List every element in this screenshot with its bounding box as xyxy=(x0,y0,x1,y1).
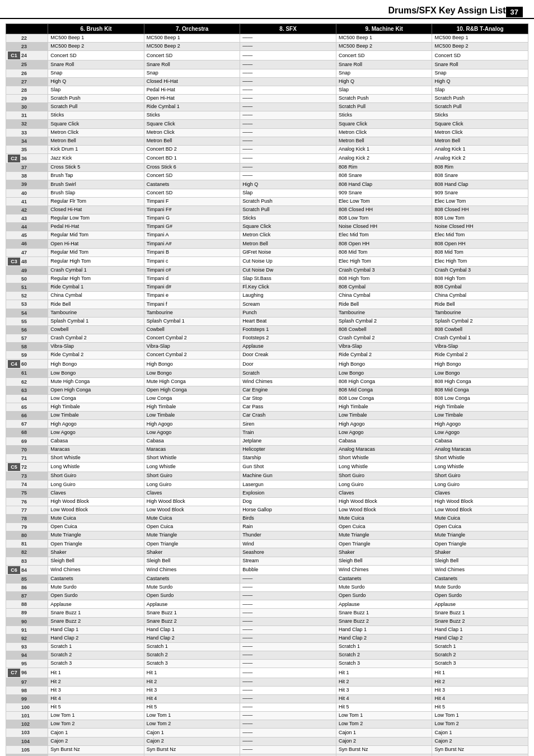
instrument-cell: —— xyxy=(240,111,336,120)
instrument-cell: Long Guiro xyxy=(336,480,432,489)
key-number: 82 xyxy=(21,549,27,556)
instrument-cell: Hit 5 xyxy=(432,703,528,711)
instrument-cell: Wind Chimes xyxy=(144,565,240,575)
instrument-cell: Vibra-Slap xyxy=(144,343,240,351)
key-number-cell: 102 xyxy=(6,720,48,729)
instrument-cell: Applause xyxy=(336,600,432,609)
table-row: 43Regular Low TomTimpani GSticks808 Low … xyxy=(6,214,528,222)
key-number-cell: C796 xyxy=(6,668,48,678)
key-number-cell: 66 xyxy=(6,412,48,420)
instrument-cell: Analog Maracas xyxy=(336,445,432,454)
instrument-cell: Splash Cymbal 2 xyxy=(336,317,432,325)
instrument-cell: Heart Beat xyxy=(240,317,336,325)
key-number-cell: 103 xyxy=(6,729,48,737)
table-row: 80Mute TriangleMute TriangleThunderMute … xyxy=(6,531,528,540)
key-number: 78 xyxy=(21,515,27,522)
instrument-cell: —— xyxy=(240,626,336,634)
key-number-cell: 92 xyxy=(6,634,48,642)
instrument-cell: Long Guiro xyxy=(144,480,240,489)
instrument-cell: Castanets xyxy=(144,180,240,189)
instrument-cell: Cajon 1 xyxy=(432,729,528,737)
key-number: 70 xyxy=(21,446,27,453)
instrument-cell: Mute High Conga xyxy=(144,377,240,386)
table-row: 40Brush SlapConcert SDSlap909 Snare909 S… xyxy=(6,189,528,197)
table-row: C348Regular High TomTimpani cCut Noise U… xyxy=(6,256,528,266)
instrument-cell: High Bongo xyxy=(48,360,144,369)
instrument-cell: Concert SD xyxy=(144,172,240,180)
key-number-cell: 53 xyxy=(6,300,48,309)
table-row: 23MC500 Beep 2MC500 Beep 2——MC500 Beep 2… xyxy=(6,43,528,51)
instrument-cell: 808 Closed HH xyxy=(336,206,432,214)
table-row: C796Hit 1Hit 1——Hit 1Hit 1 xyxy=(6,668,528,678)
key-number-cell: 57 xyxy=(6,334,48,342)
instrument-cell: Concert Cymbal 2 xyxy=(144,334,240,342)
instrument-cell: High Timbale xyxy=(144,403,240,412)
instrument-cell: Hit 2 xyxy=(144,678,240,686)
instrument-cell: Mute Cuica xyxy=(336,514,432,522)
key-number: 98 xyxy=(21,687,27,694)
instrument-cell: High Timbale xyxy=(432,403,528,412)
instrument-cell: Snare Roll xyxy=(48,60,144,69)
key-number: 42 xyxy=(21,207,27,213)
instrument-cell: Concert BD 1 xyxy=(144,153,240,163)
instrument-cell: Hit 4 xyxy=(144,694,240,703)
instrument-cell: —— xyxy=(240,660,336,668)
instrument-cell: Vibra-Slap xyxy=(48,343,144,351)
key-number: 66 xyxy=(21,412,27,419)
instrument-cell: Low Wood Block xyxy=(432,506,528,514)
instrument-cell: Splash Cymbal 2 xyxy=(432,317,528,325)
instrument-cell: Regular Flr Tom xyxy=(48,197,144,206)
table-row: 95Scratch 3Scratch 3——Scratch 3Scratch 3 xyxy=(6,660,528,668)
instrument-cell: Low Bongo xyxy=(336,369,432,377)
instrument-cell: Snare Buzz 1 xyxy=(432,609,528,617)
key-number: 93 xyxy=(21,643,27,650)
key-number-cell: 50 xyxy=(6,274,48,283)
instrument-cell: Shaker xyxy=(144,548,240,557)
instrument-cell: Analog Kick 1 xyxy=(432,145,528,153)
instrument-cell: —— xyxy=(240,617,336,626)
instrument-cell: Open Surdo xyxy=(48,592,144,600)
instrument-cell: Hand Clap 2 xyxy=(432,634,528,642)
instrument-cell: Car Pass xyxy=(240,403,336,412)
instrument-cell: Fl.Key Click xyxy=(240,283,336,292)
instrument-cell: Ride Bell xyxy=(432,300,528,309)
key-number-cell: 95 xyxy=(6,660,48,668)
instrument-cell: Slap xyxy=(240,189,336,197)
instrument-cell: Concert BD 2 xyxy=(144,145,240,153)
table-row: 83Sleigh BellSleigh BellStreamSleigh Bel… xyxy=(6,557,528,565)
instrument-cell: Car Stop xyxy=(240,394,336,403)
key-number-cell: 32 xyxy=(6,120,48,128)
key-number-cell: 62 xyxy=(6,377,48,386)
key-number: 27 xyxy=(21,78,27,85)
instrument-cell: Mute Surdo xyxy=(48,584,144,592)
instrument-cell: High Wood Block xyxy=(432,497,528,506)
instrument-cell: Pedal Hi-Hat xyxy=(48,223,144,231)
instrument-cell: —— xyxy=(240,634,336,642)
key-number-cell: 26 xyxy=(6,69,48,77)
table-row: 90Snare Buzz 2Snare Buzz 2——Snare Buzz 2… xyxy=(6,617,528,626)
instrument-cell: Mute Triangle xyxy=(48,531,144,540)
key-number-cell: 99 xyxy=(6,694,48,703)
instrument-cell: MC500 Beep 2 xyxy=(144,43,240,51)
key-number-cell: 51 xyxy=(6,283,48,292)
instrument-cell: Low Wood Block xyxy=(144,506,240,514)
instrument-cell: Cut Noise Dw xyxy=(240,266,336,274)
table-row: 46Open Hi-HatTimpani A#Metron Bell808 Op… xyxy=(6,240,528,248)
key-number-cell: 73 xyxy=(6,472,48,480)
instrument-cell: Hand Clap 1 xyxy=(432,626,528,634)
instrument-cell: Sleigh Bell xyxy=(336,557,432,565)
table-row: 82ShakerShakerSeashoreShakerShaker xyxy=(6,548,528,557)
instrument-cell: High Agogo xyxy=(48,420,144,428)
key-number-cell: 81 xyxy=(6,540,48,548)
key-number-cell: 65 xyxy=(6,403,48,412)
octave-marker: C2 xyxy=(8,155,20,162)
key-number-cell: 45 xyxy=(6,231,48,240)
instrument-cell: Hit 3 xyxy=(48,686,144,694)
instrument-cell: Elec Low Tom xyxy=(432,197,528,206)
instrument-cell: Mute Cuica xyxy=(432,514,528,522)
instrument-cell: Square Click xyxy=(240,223,336,231)
table-row: 64Low CongaLow CongaCar Stop808 Low Cong… xyxy=(6,394,528,403)
instrument-cell: Cajon 1 xyxy=(48,729,144,737)
key-number-cell: 52 xyxy=(6,292,48,300)
instrument-cell: Elec High Tom xyxy=(336,256,432,266)
